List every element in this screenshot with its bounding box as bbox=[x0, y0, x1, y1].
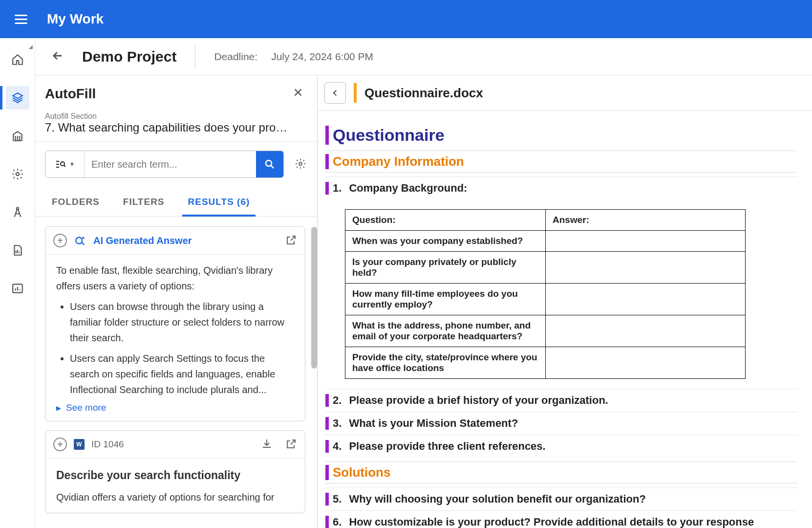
project-name: Demo Project bbox=[82, 48, 176, 65]
gear-icon bbox=[11, 168, 24, 180]
compass-icon bbox=[11, 206, 24, 219]
document-filename: Questionnaire.docx bbox=[364, 86, 483, 101]
nav-library[interactable] bbox=[6, 124, 29, 148]
gear-icon bbox=[295, 158, 306, 170]
table-cell: Is your company privately or publicly he… bbox=[345, 252, 546, 284]
nav-analytics[interactable] bbox=[6, 277, 29, 300]
chevron-down-icon: ▼ bbox=[69, 161, 75, 168]
document-scroll[interactable]: Questionnaire Company Information 1. Com… bbox=[318, 111, 812, 528]
close-autofill-button[interactable] bbox=[289, 84, 307, 103]
hamburger-menu-button[interactable] bbox=[10, 7, 32, 31]
external-link-icon bbox=[285, 438, 297, 450]
doc-accent-bar bbox=[354, 83, 357, 103]
ai-sparkle-icon bbox=[74, 234, 86, 247]
table-header-question: Question: bbox=[345, 210, 546, 231]
collapse-panel-button[interactable] bbox=[324, 82, 346, 104]
document-pane: Questionnaire.docx Questionnaire Company… bbox=[318, 75, 812, 528]
q-text: Please provide three client references. bbox=[349, 440, 545, 452]
q-num: 5. bbox=[333, 493, 342, 505]
svg-point-4 bbox=[266, 160, 272, 166]
search-type-dropdown[interactable]: ▼ bbox=[45, 151, 85, 177]
autofill-panel: AutoFill Autofill Section 7. What search… bbox=[35, 75, 318, 528]
search-settings-button[interactable] bbox=[291, 154, 310, 175]
library-icon bbox=[11, 130, 24, 142]
left-nav-rail: ◢ ◢ bbox=[0, 38, 35, 528]
table-cell: When was your company established? bbox=[345, 231, 546, 252]
deadline-value: July 24, 2024 6:00 PM bbox=[271, 51, 373, 63]
svg-point-5 bbox=[299, 162, 302, 165]
rail-caret-2: ◢ bbox=[29, 44, 33, 49]
result-id: ID 1046 bbox=[91, 439, 254, 450]
search-button[interactable] bbox=[256, 151, 283, 177]
svg-point-0 bbox=[16, 173, 19, 176]
deadline-label: Deadline: bbox=[214, 51, 257, 63]
report-doc-icon bbox=[11, 244, 24, 257]
add-answer-button[interactable]: + bbox=[53, 234, 67, 247]
ai-bullet: Users can browse through the library usi… bbox=[70, 299, 294, 346]
q-text: Company Background: bbox=[349, 182, 467, 194]
open-external-button[interactable] bbox=[285, 234, 297, 247]
chevron-left-icon bbox=[331, 88, 340, 97]
table-cell-answer[interactable] bbox=[546, 347, 746, 379]
search-list-icon bbox=[55, 158, 66, 170]
q-num: 3. bbox=[333, 417, 342, 429]
word-doc-icon: W bbox=[74, 439, 85, 450]
table-header-answer: Answer: bbox=[546, 210, 746, 231]
chevron-right-icon: ▶ bbox=[56, 404, 61, 412]
project-header: Demo Project Deadline: July 24, 2024 6:0… bbox=[35, 38, 812, 75]
q-num: 4. bbox=[333, 440, 342, 452]
download-icon bbox=[261, 438, 273, 450]
nav-layers[interactable] bbox=[6, 86, 29, 110]
search-icon bbox=[264, 158, 276, 170]
q-num: 6. bbox=[333, 516, 342, 528]
ai-intro: To enable fast, flexible searching, Qvid… bbox=[56, 263, 294, 294]
back-button[interactable] bbox=[47, 45, 68, 68]
tab-results[interactable]: RESULTS (6) bbox=[186, 192, 252, 216]
table-cell-answer[interactable] bbox=[546, 231, 746, 252]
table-cell: How many fill-time employees do you curr… bbox=[345, 284, 546, 315]
see-more-label: See more bbox=[66, 402, 106, 413]
tab-folders[interactable]: FOLDERS bbox=[50, 192, 102, 216]
bar-chart-icon bbox=[11, 282, 24, 295]
nav-home[interactable] bbox=[6, 48, 29, 71]
open-external-button[interactable] bbox=[285, 438, 297, 451]
search-compound: ▼ bbox=[45, 151, 284, 178]
result-excerpt: Qvidian offers a variety of options for … bbox=[56, 489, 294, 505]
q-text: Why will choosing your solution benefit … bbox=[349, 493, 645, 505]
search-input[interactable] bbox=[85, 151, 256, 177]
doc-heading-1: Questionnaire bbox=[325, 126, 797, 145]
tab-filters[interactable]: FILTERS bbox=[121, 192, 167, 216]
q-num: 2. bbox=[333, 394, 342, 406]
nav-report-doc[interactable] bbox=[6, 239, 29, 262]
autofill-section-label: Autofill Section bbox=[45, 112, 307, 121]
result-card: + W ID 1046 Describe your search funct bbox=[45, 430, 305, 513]
see-more-button[interactable]: ▶ See more bbox=[56, 402, 106, 413]
table-cell-answer[interactable] bbox=[546, 315, 746, 347]
external-link-icon bbox=[285, 234, 297, 246]
nav-architect[interactable] bbox=[6, 200, 29, 224]
table-cell: Provide the city, state/province where y… bbox=[345, 347, 546, 379]
doc-section-solutions: Solutions bbox=[325, 465, 797, 480]
arrow-left-icon bbox=[51, 49, 64, 63]
nav-settings[interactable] bbox=[6, 162, 29, 186]
close-icon bbox=[293, 87, 303, 98]
results-list[interactable]: + AI Generated Answer To enable fast, fl… bbox=[35, 217, 317, 528]
autofill-section-title: 7. What searching capabilities does your… bbox=[45, 121, 307, 134]
top-bar: My Work bbox=[0, 0, 812, 38]
layers-icon bbox=[11, 91, 24, 104]
home-icon bbox=[11, 53, 24, 66]
add-result-button[interactable]: + bbox=[53, 438, 67, 451]
q-text: What is your Mission Statement? bbox=[349, 417, 518, 429]
table-cell: What is the address, phone number, and e… bbox=[345, 315, 546, 347]
ai-answer-label: AI Generated Answer bbox=[93, 235, 278, 246]
table-cell-answer[interactable] bbox=[546, 284, 746, 315]
svg-point-1 bbox=[16, 207, 18, 209]
q-num: 1. bbox=[333, 182, 342, 194]
scrollbar-thumb[interactable] bbox=[311, 227, 317, 369]
ai-answer-card: + AI Generated Answer To enable fast, fl… bbox=[45, 226, 305, 421]
company-info-table: Question: Answer: When was your company … bbox=[345, 209, 746, 379]
download-button[interactable] bbox=[261, 438, 273, 451]
table-cell-answer[interactable] bbox=[546, 252, 746, 284]
divider bbox=[195, 44, 195, 69]
svg-point-3 bbox=[61, 162, 64, 166]
